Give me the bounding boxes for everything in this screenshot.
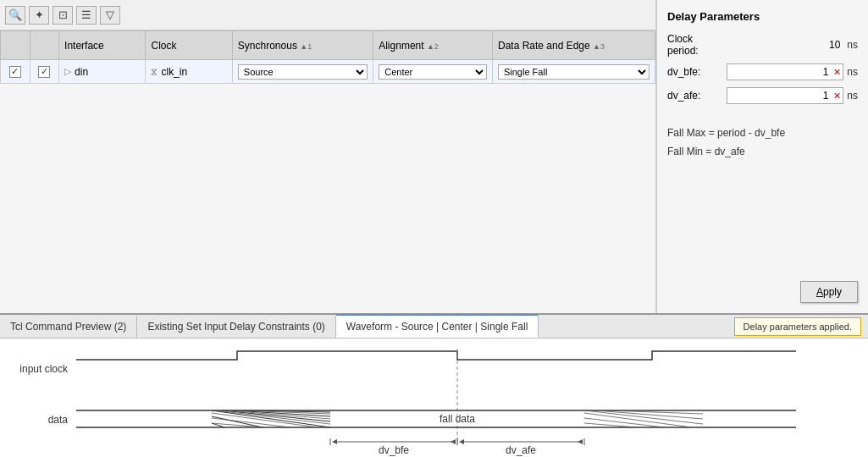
col-header-alignment[interactable]: Alignment ▲2: [373, 31, 493, 60]
dv-bfe-input[interactable]: [727, 64, 832, 80]
formula-area: Fall Max = period - dv_bfe Fall Min = dv…: [667, 124, 858, 161]
row-rate-cell[interactable]: Single Fall Single Rise Double: [492, 60, 655, 84]
right-panel: Delay Parameters Clock period: 10 ns dv_…: [656, 0, 868, 313]
dv-afe-unit: ns: [847, 90, 858, 102]
col-header-synchronous[interactable]: Synchronous ▲1: [232, 31, 373, 60]
waveform-svg: input clock data: [8, 347, 804, 457]
waveform-area: input clock data: [0, 339, 868, 457]
dv-bfe-arrow-label: dv_bfe: [379, 444, 409, 456]
sort-icon-align: ▲2: [427, 42, 439, 51]
clock-period-unit: ns: [847, 39, 858, 51]
formula2: Fall Min = dv_afe: [667, 143, 858, 162]
alignment-select[interactable]: Center Edge: [379, 64, 487, 80]
col-label-rate-edge: Data Rate and Edge: [498, 40, 590, 52]
tab-tcl-label: Tcl Command Preview (2): [10, 321, 126, 333]
svg-line-21: [584, 418, 665, 427]
col-header-check2: [30, 31, 59, 60]
table-area: Interface Clock Synchronous ▲1 Alignment: [0, 30, 655, 313]
col-header-interface[interactable]: Interface: [59, 31, 146, 60]
top-section: 🔍 ✦ ⊡ ☰ ▽ Interface: [0, 0, 868, 313]
row-interface-cell: ▷ din: [59, 60, 146, 84]
clock-cell-content: ⧖ clk_in: [151, 66, 226, 78]
tab-existing[interactable]: Existing Set Input Delay Constraints (0): [137, 316, 335, 338]
left-panel: 🔍 ✦ ⊡ ☰ ▽ Interface: [0, 0, 656, 313]
row-checkbox1[interactable]: [9, 66, 21, 78]
row-check1-cell[interactable]: [1, 60, 30, 84]
hatch-right: [584, 410, 703, 427]
row-align-cell[interactable]: Center Edge: [373, 60, 493, 84]
interface-cell-content: ▷ din: [64, 66, 140, 78]
table-row: ▷ din ⧖ clk_in: [1, 60, 655, 84]
tab-waveform[interactable]: Waveform - Source | Center | Single Fall: [336, 314, 539, 338]
apply-button[interactable]: Apply: [800, 281, 858, 303]
list-button[interactable]: ☰: [76, 6, 97, 25]
row-sync-cell[interactable]: Source System: [232, 60, 373, 84]
sort-icon-rate: ▲3: [593, 42, 605, 51]
delay-params-title: Delay Parameters: [667, 10, 858, 23]
tab-tcl[interactable]: Tcl Command Preview (2): [0, 316, 137, 338]
sync-select[interactable]: Source System: [238, 64, 368, 80]
col-label-alignment: Alignment: [379, 40, 423, 52]
toast-text: Delay parameters applied.: [744, 322, 852, 332]
clock-period-row: Clock period: 10 ns: [667, 33, 858, 57]
interface-value: din: [75, 66, 88, 78]
search-button[interactable]: 🔍: [5, 6, 25, 25]
col-label-clock: Clock: [151, 40, 176, 52]
tab-existing-label: Existing Set Input Delay Constraints (0): [147, 321, 324, 333]
clock-value: clk_in: [161, 66, 187, 78]
filter-button[interactable]: ▽: [100, 6, 120, 25]
apply-label-rest: pply: [823, 286, 842, 298]
clock-period-label: Clock period:: [667, 33, 727, 57]
constraints-table: Interface Clock Synchronous ▲1 Alignment: [0, 30, 655, 84]
hatch-left: [212, 410, 330, 427]
dv-afe-label: dv_afe:: [667, 90, 727, 102]
col-header-rate-edge[interactable]: Data Rate and Edge ▲3: [492, 31, 655, 60]
col-label-interface: Interface: [64, 40, 104, 52]
toolbar: 🔍 ✦ ⊡ ☰ ▽: [0, 0, 655, 30]
fall-data-label: fall data: [440, 413, 475, 425]
input-clock-label: input clock: [19, 363, 69, 375]
toast-message: Delay parameters applied.: [734, 317, 861, 336]
bottom-section: Tcl Command Preview (2) Existing Set Inp…: [0, 313, 868, 457]
col-label-synchronous: Synchronous: [238, 40, 297, 52]
rate-select[interactable]: Single Fall Single Rise Double: [498, 64, 650, 80]
row-checkbox2[interactable]: [38, 66, 50, 78]
signal-icon: ▷: [64, 66, 71, 77]
dv-bfe-label: dv_bfe:: [667, 66, 727, 78]
dv-afe-row: dv_afe: ✕ ns: [667, 87, 858, 104]
data-label: data: [48, 414, 69, 426]
dv-afe-input[interactable]: [727, 88, 832, 103]
clock-period-value: 10: [727, 39, 843, 51]
clock-waveform: [76, 351, 796, 360]
main-container: 🔍 ✦ ⊡ ☰ ▽ Interface: [0, 0, 868, 457]
clock-icon: ⧖: [151, 66, 158, 77]
tab-waveform-label: Waveform - Source | Center | Single Fall: [346, 321, 528, 333]
dv-afe-clear-button[interactable]: ✕: [832, 91, 843, 102]
add-button[interactable]: ✦: [29, 6, 49, 25]
apply-area: Apply: [667, 281, 858, 303]
table-header-row: Interface Clock Synchronous ▲1 Alignment: [1, 31, 655, 60]
formula1: Fall Max = period - dv_bfe: [667, 124, 858, 143]
dv-bfe-clear-button[interactable]: ✕: [832, 67, 843, 78]
col-header-check1: [1, 31, 30, 60]
copy-button[interactable]: ⊡: [53, 6, 73, 25]
col-header-clock[interactable]: Clock: [146, 31, 232, 60]
row-check2-cell[interactable]: [30, 60, 59, 84]
dv-bfe-input-wrap: ✕: [727, 63, 843, 80]
sort-icon-sync: ▲1: [300, 42, 312, 51]
dv-afe-input-wrap: ✕: [727, 87, 843, 104]
row-clock-cell: ⧖ clk_in: [146, 60, 232, 84]
tabs-row: Tcl Command Preview (2) Existing Set Inp…: [0, 315, 868, 339]
apply-label: A: [816, 286, 823, 298]
dv-bfe-row: dv_bfe: ✕ ns: [667, 63, 858, 80]
dv-bfe-unit: ns: [847, 66, 858, 78]
dv-afe-arrow-label: dv_afe: [506, 444, 536, 456]
